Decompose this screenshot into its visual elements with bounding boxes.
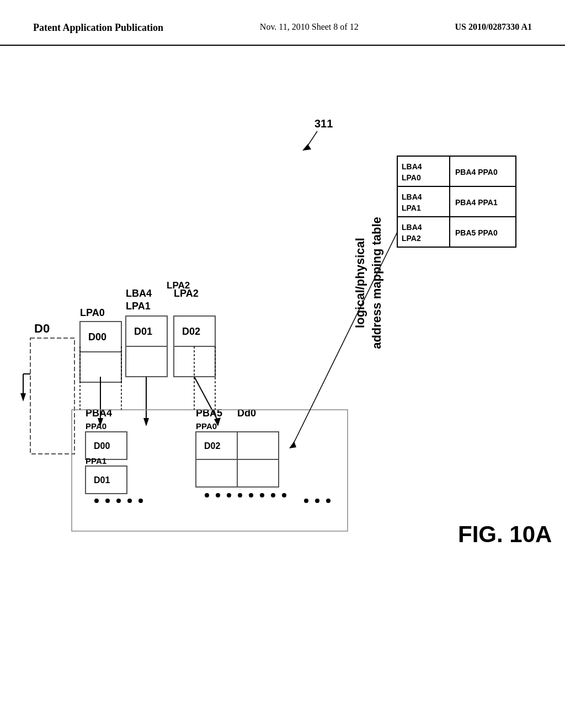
svg-text:LBA4: LBA4 <box>402 162 422 171</box>
pba5-label: PBA5 <box>196 408 222 419</box>
svg-point-27 <box>205 493 209 497</box>
d00-label: D00 <box>88 331 106 342</box>
svg-point-32 <box>260 493 264 497</box>
svg-marker-13 <box>143 418 149 426</box>
svg-text:LBA4: LBA4 <box>402 192 422 201</box>
svg-marker-37 <box>302 144 311 151</box>
pba4-label: PBA4 <box>86 408 112 419</box>
table-title-line2: address mapping table <box>370 217 383 349</box>
lpa0-label: LPA0 <box>80 307 105 318</box>
fig-label: FIG. 10A <box>458 521 552 547</box>
d00-pba4: D00 <box>94 441 110 451</box>
svg-rect-7 <box>126 346 167 377</box>
d02-pba5-cell: D02 <box>204 441 220 451</box>
svg-rect-0 <box>30 338 74 454</box>
d01-pba4: D01 <box>94 475 110 485</box>
svg-rect-26 <box>237 459 279 487</box>
svg-point-34 <box>282 493 286 497</box>
svg-text:LPA1: LPA1 <box>402 204 421 212</box>
table-title-line1: logical/physical <box>353 238 367 328</box>
d0-outer-label: D0 <box>34 322 50 335</box>
svg-point-18 <box>94 499 99 503</box>
svg-point-57 <box>326 499 331 503</box>
svg-rect-24 <box>237 432 279 459</box>
d01-label: D01 <box>134 326 152 337</box>
header-patent-number: US 2010/0287330 A1 <box>455 22 532 32</box>
ppa0-pba4-label: PPA0 <box>86 421 106 431</box>
svg-text:PBA4  PPA0: PBA4 PPA0 <box>455 168 498 176</box>
svg-text:PBA5  PPA0: PBA5 PPA0 <box>455 228 498 237</box>
ref-311: 311 <box>315 117 333 130</box>
d02-left-label: D02 <box>182 326 200 337</box>
svg-text:LPA0: LPA0 <box>402 173 421 182</box>
svg-point-55 <box>304 499 308 503</box>
page-header: Patent Application Publication Nov. 11, … <box>0 0 565 46</box>
svg-text:LBA4: LBA4 <box>402 223 422 232</box>
svg-text:LPA2: LPA2 <box>402 234 421 243</box>
diagram-svg: D0 LPA0 D00 LBA4 LPA1 D01 LPA2 D02 <box>0 46 565 713</box>
svg-marker-3 <box>20 393 26 402</box>
lpa1-label: LPA1 <box>126 301 151 312</box>
svg-point-29 <box>227 493 231 497</box>
ppa0-pba5-label: PPA0 <box>196 421 217 431</box>
svg-point-19 <box>105 499 110 503</box>
lba4-label: LBA4 <box>126 288 152 299</box>
main-content: D0 LPA0 D00 LBA4 LPA1 D01 LPA2 D02 <box>0 46 565 713</box>
svg-point-28 <box>216 493 220 497</box>
svg-marker-54 <box>289 441 296 448</box>
svg-point-22 <box>138 499 143 503</box>
header-publication: Patent Application Publication <box>33 22 163 34</box>
svg-point-21 <box>127 499 132 503</box>
svg-point-56 <box>315 499 319 503</box>
svg-rect-25 <box>196 459 237 487</box>
header-date-sheet: Nov. 11, 2010 Sheet 8 of 12 <box>260 22 359 32</box>
svg-point-30 <box>238 493 242 497</box>
svg-text:PBA4  PPA1: PBA4 PPA1 <box>455 198 498 207</box>
svg-point-20 <box>116 499 121 503</box>
ppa1-pba4-label: PPA1 <box>86 456 106 465</box>
lpa2-header: LPA2 <box>167 280 190 291</box>
dd0-label: Dd0 <box>237 408 256 419</box>
svg-point-31 <box>249 493 253 497</box>
svg-point-33 <box>271 493 275 497</box>
